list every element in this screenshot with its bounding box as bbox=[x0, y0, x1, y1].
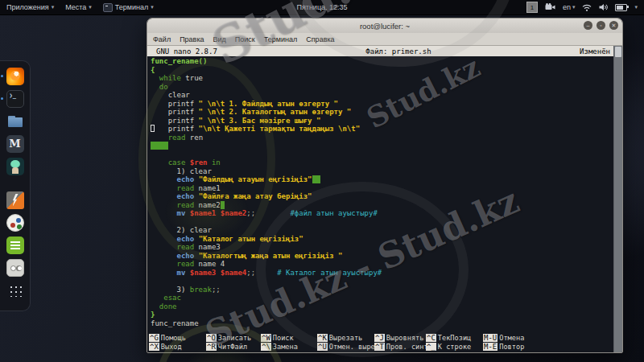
nano-modified-flag: Изменён bbox=[580, 47, 613, 56]
shortcut-label: Повтор bbox=[499, 343, 524, 351]
code-line: do bbox=[151, 83, 613, 92]
battery-icon[interactable] bbox=[615, 4, 627, 11]
dock-item-metasploit[interactable] bbox=[6, 135, 24, 153]
code-line: printf " \n\t 3. Бас мәзірге шығу " bbox=[151, 117, 613, 125]
shortcut-key: ^X bbox=[149, 343, 159, 351]
panel-caret-down-icon[interactable]: ▾ bbox=[634, 4, 638, 10]
code-line: func_rename bbox=[151, 319, 613, 328]
shortcut-key: ^U bbox=[317, 343, 328, 351]
shortcut-label: Отмена bbox=[499, 334, 524, 342]
code-area[interactable]: func_rename(){ while true do clear print… bbox=[147, 56, 613, 327]
camera-indicator-icon[interactable] bbox=[545, 3, 555, 11]
scrollbar-thumb[interactable] bbox=[615, 47, 621, 57]
menu-bar: ФайлПравкаВидПоискТерминалСправка bbox=[147, 33, 622, 46]
desktop: Приложения▾Места▾Терминал▾ Пятница, 12:3… bbox=[0, 0, 644, 362]
shortcut-hint: ^JВыровнять bbox=[374, 333, 426, 342]
terminal-content[interactable]: GNU nano 2.8.7 Файл: primer.sh Изменён f… bbox=[147, 46, 613, 352]
shortcut-label: Пров. синтак bbox=[386, 343, 426, 351]
utility-icon bbox=[6, 259, 24, 277]
code-line: } bbox=[151, 311, 613, 319]
panel-menu-terminal[interactable]: Терминал▾ bbox=[103, 3, 154, 12]
window-buttons: – ▫ ✕ bbox=[584, 21, 618, 30]
code-line: 3) break;; bbox=[151, 286, 613, 294]
dock-item-files[interactable] bbox=[6, 113, 24, 130]
dock-item-terminal[interactable] bbox=[6, 90, 24, 108]
clock[interactable]: Пятница, 12:35 bbox=[296, 0, 347, 14]
volume-icon[interactable] bbox=[599, 3, 608, 11]
wifi-icon[interactable] bbox=[582, 4, 592, 11]
shortcut-label: Помощь bbox=[161, 334, 186, 342]
shortcut-label: Записать bbox=[218, 334, 251, 342]
shortcut-label: Поиск bbox=[273, 334, 294, 342]
code-line bbox=[151, 150, 613, 159]
show-apps-icon bbox=[6, 282, 24, 299]
panel-menu-applications[interactable]: Приложения▾ bbox=[6, 3, 54, 11]
dock-item-firefox[interactable] bbox=[6, 68, 24, 85]
chevron-down-icon: ▾ bbox=[52, 4, 55, 10]
shortcut-label: ТекПозиц bbox=[438, 334, 471, 342]
shortcut-key: ^\ bbox=[261, 343, 271, 351]
shortcut-key: ^G bbox=[149, 334, 159, 342]
shortcut-key: ^W bbox=[261, 334, 271, 342]
code-line: echo "Каталогтың жаңа атын еңгізіңіз " bbox=[151, 252, 613, 261]
dock-item-grid[interactable] bbox=[6, 282, 24, 299]
panel-menu-places[interactable]: Места▾ bbox=[65, 3, 92, 11]
dock-item-tool[interactable] bbox=[6, 259, 24, 277]
panel-menu-label: Места bbox=[65, 3, 86, 11]
code-line: 2) clear bbox=[151, 226, 613, 235]
code-line: mv $name3 $name4;; # Каталог атын ауысты… bbox=[151, 269, 613, 278]
minimize-button[interactable]: – bbox=[584, 21, 592, 30]
shortcut-hint: M-UОтмена bbox=[483, 333, 612, 342]
language-indicator[interactable]: en ▾ bbox=[563, 3, 576, 11]
dock-item-avatar[interactable] bbox=[6, 158, 24, 175]
menu-file[interactable]: Файл bbox=[153, 35, 171, 43]
window-title: root@lucifer: ~ bbox=[360, 22, 410, 31]
shortcut-hint: ^WПоиск bbox=[261, 333, 317, 342]
firefox-icon bbox=[6, 68, 24, 85]
shortcut-key: ^R bbox=[206, 343, 217, 351]
code-line: printf " \n\t 1. Файлдың атын өзгерту " bbox=[151, 100, 613, 109]
code-line bbox=[151, 142, 613, 150]
chevron-down-icon: ▾ bbox=[572, 4, 576, 10]
dock-item-notes[interactable] bbox=[6, 237, 24, 254]
code-line: read name1 bbox=[151, 184, 613, 193]
file-manager-icon bbox=[6, 113, 24, 130]
notes-icon bbox=[6, 237, 24, 254]
dock-item-burp[interactable] bbox=[6, 191, 24, 209]
close-button[interactable]: ✕ bbox=[609, 21, 618, 30]
code-line: echo "Файлдың атауын еңгізіңіз" bbox=[151, 175, 613, 184]
chevron-down-icon: ▾ bbox=[151, 4, 154, 10]
menu-view[interactable]: Вид bbox=[213, 35, 226, 43]
scrollbar[interactable] bbox=[613, 46, 622, 352]
code-line: 1) clear bbox=[151, 167, 613, 176]
workspace-switcher[interactable]: 1 bbox=[526, 2, 538, 13]
shortcut-key: ^T bbox=[374, 343, 385, 351]
menu-help[interactable]: Справка bbox=[306, 35, 334, 43]
menu-terminal[interactable]: Терминал bbox=[264, 35, 297, 43]
color-dots-icon bbox=[6, 214, 24, 232]
shortcut-hint: M-EПовтор bbox=[483, 342, 612, 351]
maximize-button[interactable]: ▫ bbox=[597, 21, 605, 30]
code-line: read name 4 bbox=[151, 260, 613, 269]
language-code: en bbox=[563, 3, 571, 11]
code-line: printf "\n\t Қажетті тармақты таңдаңыз \… bbox=[151, 125, 613, 134]
nano-filename: Файл: primer.sh bbox=[217, 47, 580, 56]
shortcut-hint: ^OЗаписать bbox=[206, 333, 261, 342]
terminal-window: root@lucifer: ~ – ▫ ✕ ФайлПравкаВидПоиск… bbox=[147, 18, 623, 353]
code-line: esac bbox=[151, 294, 613, 302]
shortcut-hint: ^XВыход bbox=[149, 342, 206, 351]
menu-edit[interactable]: Правка bbox=[180, 35, 204, 43]
shortcut-key: ^J bbox=[374, 334, 385, 342]
window-titlebar[interactable]: root@lucifer: ~ – ▫ ✕ bbox=[147, 19, 622, 33]
menu-search[interactable]: Поиск bbox=[235, 35, 255, 43]
shortcut-label: Замена bbox=[273, 343, 298, 351]
code-line: echo "Файлға жаңа атау беріңіз" bbox=[151, 192, 613, 201]
shortcut-label: Отмен. вырез bbox=[329, 343, 374, 351]
shortcut-key: ^O bbox=[206, 334, 217, 342]
shortcut-hint: ^CТекПозиц bbox=[426, 333, 483, 342]
nano-version: GNU nano 2.8.7 bbox=[147, 47, 217, 56]
shortcut-hint: ^RЧитФайл bbox=[206, 342, 261, 351]
shortcut-hint: ^\Замена bbox=[261, 342, 317, 351]
dock-item-colors[interactable] bbox=[6, 214, 24, 232]
code-line: case $ren in bbox=[151, 158, 613, 167]
